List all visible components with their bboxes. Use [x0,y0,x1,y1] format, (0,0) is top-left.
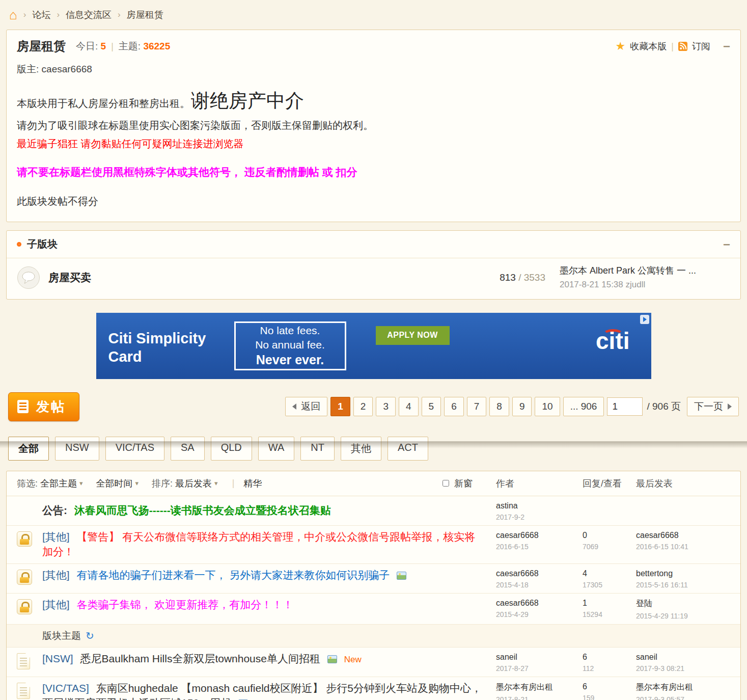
view-count: 7069 [583,543,636,551]
last-page-button[interactable]: ... 906 [563,397,604,416]
topic-count: 813 [500,272,516,283]
thread-category-tag[interactable]: [其他] [42,531,70,543]
region-tab[interactable]: QLD [211,437,252,461]
region-tab[interactable]: WA [258,437,294,461]
thread-category-tag[interactable]: [其他] [42,569,70,581]
region-tab[interactable]: 其他 [341,437,381,461]
thread-title[interactable]: 悉尼Baulkham Hills全新双层townhouse单人间招租 [80,653,320,664]
breadcrumb-link-section[interactable]: 信息交流区 [66,9,112,21]
count-separator: / 3533 [518,272,545,283]
page-number-button[interactable]: 7 [467,397,487,416]
thread-title[interactable]: 东南区hughedale 【monash caufield校区附近】 步行5分钟… [42,682,482,700]
breadcrumb-link-current[interactable]: 房屋租赁 [127,9,163,21]
thread-icon-cell [17,652,42,671]
new-window-option: 新窗 [440,477,473,490]
region-tab[interactable]: VIC/TAS [105,437,164,461]
topic-page-icon [17,683,30,699]
view-count: 159 [583,694,636,700]
thread-title-cell: [其他] 各类骗子集锦， 欢迎更新推荐，有加分！！！ [42,598,496,612]
home-icon[interactable]: ⌂ [9,8,17,21]
page-number-button[interactable]: 4 [399,397,419,416]
new-post-button[interactable]: 发帖 [8,392,79,421]
announcement-title[interactable]: 沐春风而思飞扬------读书版书友会成立暨投名状召集贴 [74,504,331,516]
page-number-button[interactable]: 2 [353,397,373,416]
next-page-button[interactable]: 下一页 [687,397,739,416]
announcement-icon-cell [17,505,42,516]
thread-author[interactable]: caesar6668 [496,531,583,540]
subscribe-link[interactable]: 订阅 [692,40,710,52]
forum-info-panel: 房屋租赁 今日: 5 | 主题: 36225 ★ 收藏本版 | 订阅 − 版主:… [6,30,741,222]
thread-title[interactable]: 【警告】 有天公布微信等联络方式的相关管理，中介或公众微信号跟帖举报，核实将加分… [42,531,475,557]
page-number-button[interactable]: 10 [535,397,560,416]
thread-category-tag[interactable]: [VIC/TAS] [42,682,89,694]
thread-category-tag[interactable]: [其他] [42,599,70,610]
image-attachment-icon [327,655,337,663]
thread-category-tag[interactable]: [NSW] [42,653,73,664]
announcement-author-cell: astina 2017-9-2 [496,500,583,521]
apply-now-button[interactable]: APPLY NOW [376,326,450,345]
subforum-last-post-title[interactable]: 墨尔本 Albert Park 公寓转售 一 ... [560,265,696,276]
sort-filter[interactable]: 排序: 最后发表 ▾ [152,477,218,490]
arrow-right-icon [728,403,732,410]
thread-author-cell: caesar6668 2015-4-18 [496,568,583,589]
region-tab[interactable]: 全部 [8,437,49,461]
thread-title[interactable]: 各类骗子集锦， 欢迎更新推荐，有加分！！！ [77,599,294,610]
subforum-link[interactable]: 房屋买卖 [48,271,469,285]
breadcrumb-link-forum[interactable]: 论坛 [32,9,50,21]
thread-author[interactable]: caesar6668 [496,599,583,608]
last-post-date[interactable]: 2017-9-3 08:21 [636,664,730,672]
page-number-button[interactable]: 1 [330,397,350,416]
region-tab[interactable]: ACT [388,437,428,461]
thread-row: [其他] 有请各地的骗子们进来看一下， 另外请大家进来教你如何识别骗子 caes… [7,563,740,593]
last-post-date[interactable]: 2015-4-29 11:19 [636,612,730,620]
last-post-user[interactable]: caesar6668 [636,531,730,540]
page-number-button[interactable]: 6 [444,397,464,416]
announcement-row: 公告: 沐春风而思飞扬------读书版书友会成立暨投名状召集贴 astina … [7,496,740,525]
collapse-icon[interactable]: − [723,40,730,52]
chevron-down-icon: ▾ [135,479,139,487]
section-divider: 版块主题 ↻ [7,624,740,647]
view-count: 17305 [583,581,636,589]
thread-title[interactable]: 有请各地的骗子们进来看一下， 另外请大家进来教你如何识别骗子 [77,569,390,581]
subforum-last-post-user[interactable]: zjudll [626,280,646,289]
citi-ad-banner[interactable]: Citi Simplicity Card No late fees. No an… [96,313,651,379]
citi-logo-arc [603,329,623,339]
last-post-date[interactable]: 2017-9-3 05:57 [636,695,730,700]
last-post-date[interactable]: 2015-5-16 16:11 [636,581,730,589]
last-post-user[interactable]: 墨尔本有房出租 [636,682,730,693]
reply-count: 0 [583,531,636,540]
chevron-down-icon: ▾ [214,479,218,487]
digest-link[interactable]: 精华 [243,477,262,490]
topics-stat: 主题: 36225 [119,40,170,53]
chevron-right-icon: › [118,10,121,20]
subforum-row: 房屋买卖 813 / 3533 墨尔本 Albert Park 公寓转售 一 .… [7,258,740,299]
favorite-board-link[interactable]: 收藏本版 [630,40,667,52]
page-number-button[interactable]: 9 [512,397,532,416]
thread-author[interactable]: 墨尔本有房出租 [496,682,583,693]
region-tab[interactable]: SA [171,437,205,461]
moderator-link[interactable]: caesar6668 [42,64,92,74]
announcement-author[interactable]: astina [496,501,583,510]
last-post-date[interactable]: 2016-6-15 10:41 [636,543,730,551]
column-header-replies: 回复/查看 [583,477,636,490]
refresh-icon[interactable]: ↻ [86,630,94,642]
page-number-button[interactable]: 3 [376,397,396,416]
thread-icon-cell [17,598,42,616]
page-number-button[interactable]: 8 [489,397,509,416]
last-post-user[interactable]: 登陆 [636,599,730,609]
page-number-button[interactable]: 5 [422,397,441,416]
thread-author[interactable]: caesar6668 [496,569,583,578]
topic-filter[interactable]: 筛选: 全部主题 ▾ [17,477,83,490]
new-window-checkbox[interactable] [442,480,449,487]
collapse-icon[interactable]: − [723,238,730,251]
back-button[interactable]: 返回 [285,397,327,416]
region-tab[interactable]: NT [300,437,335,461]
adchoices-icon[interactable] [640,315,649,324]
region-tab[interactable]: NSW [55,437,99,461]
thread-author[interactable]: saneil [496,653,583,662]
page-jump-input[interactable] [607,397,643,416]
last-post-user[interactable]: bettertong [636,569,730,578]
announcement-lastpost-cell [636,510,730,511]
last-post-user[interactable]: saneil [636,653,730,662]
time-filter[interactable]: 全部时间 ▾ [96,477,139,490]
